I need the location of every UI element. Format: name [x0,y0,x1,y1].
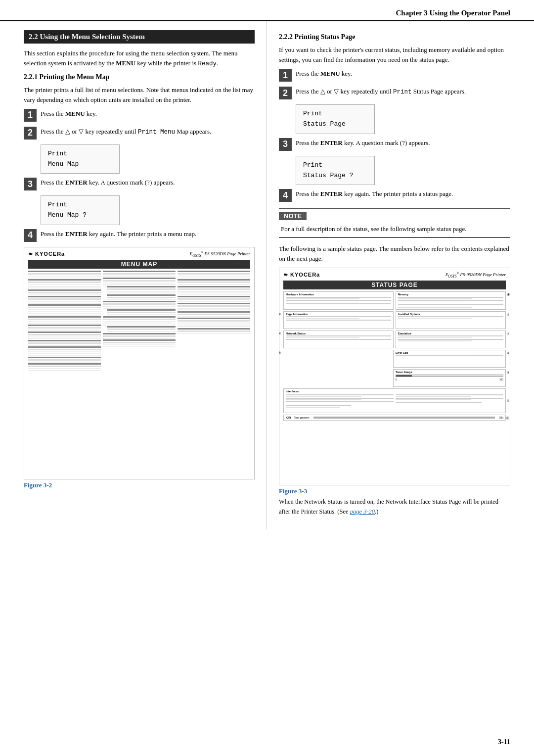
step-number-1: 1 [24,109,37,122]
two-col-layout: 2.2 Using the Menu Selection System This… [0,21,534,529]
step-222-2: 2 Press the △ or ▽ key repeatedly until … [279,87,510,99]
kyocera-logo-right: ❧ KYOCERa [283,272,320,278]
step-r-content-3: Press the ENTER key. A question mark (?)… [296,138,510,148]
lcd-r-s3-line1: Print [303,161,322,169]
menu-map-title: MENU MAP [28,260,250,269]
kir-row: ⑪ KIR Test pattern ON [283,415,506,421]
menu-map-inner: ❧ KYOCERa EOSYS® FS-9520DN Page Printer … [24,247,254,375]
step-content-2: Press the △ or ▽ key repeatedly until Pr… [41,127,255,137]
lcd-s3-line2: Menu Map ? [48,211,87,219]
step-221-1: 1 Press the MENU key. [24,109,255,122]
step-number-2: 2 [24,127,37,140]
lcd-222-step2: Print Status Page [296,104,375,134]
step-text-3: Press the ENTER key. A question mark (?)… [41,179,175,186]
installed-options-section: ⑤ Installed Options [396,311,506,329]
step-content-1: Press the MENU key. [41,109,255,119]
step-221-3: 3 Press the ENTER key. A question mark (… [24,178,255,190]
network-status-section: Network Status [283,331,394,348]
lcd-r-s2-line2: Status Page [303,120,346,128]
step-r-text-1: Press the MENU key. [296,70,352,77]
step-r-text-2: Press the △ or ▽ key repeatedly until Pr… [296,88,466,95]
ecosys-logo-left: EOSYS® FS-9520DN Page Printer [190,250,250,258]
menu-map-header: ❧ KYOCERa EOSYS® FS-9520DN Page Printer [28,250,250,258]
hw-info-section: Hardware Information [283,291,394,310]
menu-map-columns [28,271,250,372]
figure-3-3-label: Figure 3-3 [279,487,510,495]
step-number-4: 4 [24,229,37,242]
kir-label: KIR [286,416,291,419]
step-r-number-3: 3 [279,138,292,151]
memory-label: Memory [398,293,503,296]
step-r-content-1: Press the MENU key. [296,69,510,79]
sub221-text: The printer prints a full list of menu s… [24,85,255,105]
on-label: ON [499,416,503,419]
toner-gauge-bar [396,375,503,377]
ecosys-logo-right: EOSYS® FS-9520DN Page Printer [445,271,506,279]
status-inner: ❧ KYOCERa EOSYS® FS-9520DN Page Printer … [279,268,510,423]
kyocera-logo-left: ❧ KYOCERa [28,251,65,257]
error-log-label: Error Log [396,351,503,354]
intro-text: This section explains the procedure for … [24,48,255,69]
lcd-r-s3-line2: Status Page ? [303,172,353,179]
after-note-text: The following is a sample status page. T… [279,244,510,264]
lcd-221-step2: Print Menu Map [41,144,120,174]
step-content-4: Press the ENTER key again. The printer p… [41,229,255,239]
left-column: 2.2 Using the Menu Selection System This… [0,21,267,529]
step-r-content-4: Press the ENTER key again. The printer p… [296,189,510,199]
status-page-figure: ❧ KYOCERa EOSYS® FS-9520DN Page Printer … [279,268,510,485]
figure3-caption: When the Network Status is turned on, th… [279,497,510,517]
page-3-20-link[interactable]: page 3-20 [350,508,375,515]
status-header: ❧ KYOCERa EOSYS® FS-9520DN Page Printer [283,271,506,279]
step-222-3: 3 Press the ENTER key. A question mark (… [279,138,510,151]
menu-bold: MENU [116,59,135,67]
step-text-4: Press the ENTER key again. The printer p… [41,230,196,237]
step-222-1: 1 Press the MENU key. [279,69,510,82]
step-222-4: 4 Press the ENTER key again. The printer… [279,189,510,202]
interfaces-section: ⑩ Interfaces [283,388,506,413]
figure-3-2-label: Figure 3-2 [24,481,255,489]
note-label: NOTE [279,212,307,220]
hw-label: Hardware Information [286,293,391,296]
step-r-number-1: 1 [279,69,292,82]
note-text: For a full description of the status, se… [279,224,510,234]
step-content-3: Press the ENTER key. A question mark (?)… [41,178,255,188]
step-number-3: 3 [24,178,37,190]
right-column: 2.2.2 Printing Status Page If you want t… [267,21,534,529]
sub222-intro: If you want to check the printer's curre… [279,45,510,65]
subsection-221-heading: 2.2.1 Printing the Menu Map [24,73,255,81]
menu-col-1 [28,271,101,372]
network-status-label: Network Status [286,332,391,335]
step-221-4: 4 Press the ENTER key again. The printer… [24,229,255,242]
step-r-number-2: 2 [279,87,292,99]
menu-col-3 [178,271,250,372]
page-number: 3-11 [498,738,510,746]
interfaces-label: Interfaces [286,390,503,393]
subsection-222-heading: 2.2.2 Printing Status Page [279,33,510,41]
step-r-content-2: Press the △ or ▽ key repeatedly until Pr… [296,87,510,97]
memory-section: ③ Memory [396,291,506,310]
toner-gauge-fill [396,375,412,377]
status-title: STATUS PAGE [283,281,506,289]
menu-col-2 [103,271,176,372]
lcd-221-step3: Print Menu Map ? [41,195,120,225]
step-text-1: Press the MENU key. [41,110,97,117]
section-heading: 2.2 Using the Menu Selection System [24,30,255,44]
toner-gauge-label: Toner Gauge [396,371,503,374]
step-r-number-4: 4 [279,189,292,202]
page-header: Chapter 3 Using the Operator Panel [0,0,534,21]
page-container: Chapter 3 Using the Operator Panel 2.2 U… [0,0,534,756]
lcd-line2: Menu Map [48,160,79,168]
test-pattern-label: Test pattern [294,416,309,419]
lcd-222-step3: Print Status Page ? [296,156,375,186]
error-log-section: ⑧ Error Log [393,350,506,368]
step-text-2: Press the △ or ▽ key repeatedly until Pr… [41,128,211,135]
menu-map-figure: ❧ KYOCERa EOSYS® FS-9520DN Page Printer … [24,247,255,479]
emulation-label: Emulation [398,332,503,335]
page-info-section: Page Information [283,311,394,329]
lcd-r-s2-line1: Print [303,110,322,117]
installed-options-label: Installed Options [398,313,503,316]
lcd-line1: Print [48,150,67,157]
page-info-label: Page Information [286,313,391,316]
toner-gauge-section: ⑨ Toner Gauge 0100 [393,369,506,387]
step-r-text-4: Press the ENTER key again. The printer p… [296,190,453,197]
